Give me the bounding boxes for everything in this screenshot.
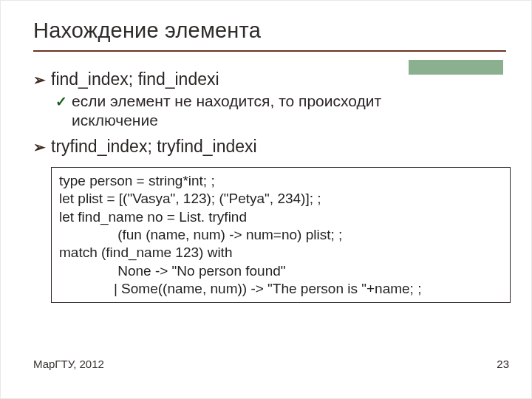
code-line: let plist = [("Vasya", 123); ("Petya", 2… [59,190,502,208]
slide: Нахождение элемента ➢ find_index; find_i… [0,0,532,399]
bullet-text: tryfind_index; tryfind_indexi [51,137,257,157]
bullet-text: если элемент не находится, то происходит [72,92,381,110]
code-line: None -> "No person found" [59,262,502,280]
code-line: type person = string*int; ; [59,172,502,190]
bullet-continuation: исключение [72,112,509,129]
content-area: ➢ find_index; find_indexi ✓ если элемент… [33,69,509,303]
footer: МарГТУ, 2012 23 [33,358,509,370]
bullet-level1: ➢ tryfind_index; tryfind_indexi [33,137,509,157]
check-icon: ✓ [55,93,72,110]
arrow-icon: ➢ [33,71,51,89]
slide-title: Нахождение элемента [33,18,509,43]
code-line: (fun (name, num) -> num=no) plist; ; [59,226,502,244]
code-line: let find_name no = List. tryfind [59,208,502,226]
arrow-icon: ➢ [33,138,51,156]
bullet-text: find_index; find_indexi [51,69,219,89]
page-number: 23 [497,358,509,370]
code-line: | Some((name, num)) -> "The person is "+… [59,280,502,298]
bullet-level2: ✓ если элемент не находится, то происход… [55,92,509,110]
accent-bar [409,60,503,75]
code-block: type person = string*int; ; let plist = … [51,167,511,303]
footer-org: МарГТУ, 2012 [33,358,104,370]
title-underline [33,50,506,52]
code-line: match (find_name 123) with [59,244,502,262]
